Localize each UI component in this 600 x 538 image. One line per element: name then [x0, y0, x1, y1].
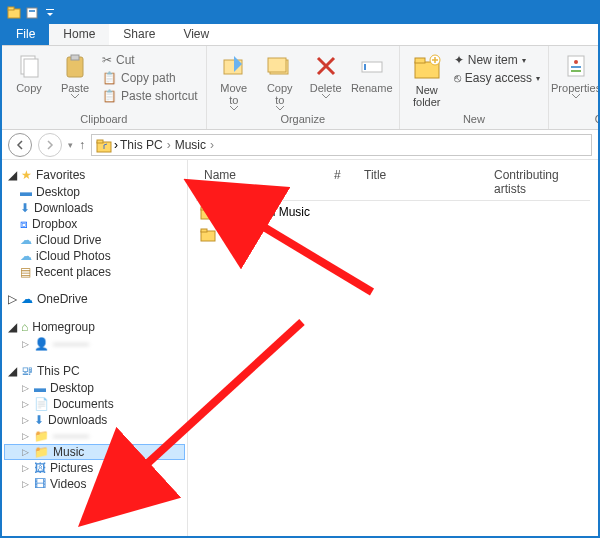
nav-pc-music[interactable]: ▷📁Music	[4, 444, 185, 460]
file-row[interactable]: Download Music	[196, 201, 590, 223]
crumb-music[interactable]: Music›	[175, 138, 216, 152]
nav-icloud-photos[interactable]: ☁iCloud Photos	[4, 248, 185, 264]
new-item-button[interactable]: ✦New item▾	[452, 52, 542, 68]
group-open: Properties 📂Open▾ ✎Edit 🕘History Open	[549, 46, 600, 129]
svg-rect-26	[201, 229, 207, 232]
expand-icon: ▷	[20, 431, 30, 441]
nav-recent[interactable]: ▤Recent places	[4, 264, 185, 280]
chevron-down-icon	[230, 106, 238, 112]
tab-view[interactable]: View	[169, 24, 223, 45]
tab-share[interactable]: Share	[109, 24, 169, 45]
easy-access-button[interactable]: ⎋Easy access▾	[452, 70, 542, 86]
address-bar: ▾ ↑ › This PC› Music›	[2, 130, 598, 160]
chevron-down-icon: ▾	[522, 56, 526, 65]
delete-button[interactable]: Delete	[305, 48, 347, 113]
scissors-icon: ✂	[102, 53, 112, 67]
chevron-right-icon[interactable]: ›	[165, 138, 173, 152]
up-button[interactable]: ↑	[79, 138, 85, 152]
properties-button[interactable]: Properties	[555, 48, 597, 113]
group-clipboard: Copy Paste ✂Cut 📋Copy path 📋Paste shortc…	[2, 46, 207, 129]
crumb-thispc[interactable]: This PC›	[120, 138, 173, 152]
expand-icon: ▷	[20, 463, 30, 473]
svg-rect-19	[571, 66, 581, 68]
desktop-icon: ▬	[34, 381, 46, 395]
nav-pc-documents[interactable]: ▷📄Documents	[4, 396, 185, 412]
chevron-down-icon	[572, 94, 580, 100]
copy-to-button[interactable]: Copy to	[259, 48, 301, 113]
ribbon: Copy Paste ✂Cut 📋Copy path 📋Paste shortc…	[2, 46, 598, 130]
titlebar	[2, 2, 598, 24]
col-num[interactable]: #	[326, 164, 356, 200]
new-folder-button[interactable]: New folder	[406, 48, 448, 113]
chevron-down-icon	[71, 94, 79, 100]
user-icon: 👤	[34, 337, 49, 351]
paste-label: Paste	[61, 82, 89, 94]
chevron-down-icon: ▾	[536, 74, 540, 83]
breadcrumb-box[interactable]: › This PC› Music›	[91, 134, 592, 156]
nav-icloud-drive[interactable]: ☁iCloud Drive	[4, 232, 185, 248]
app-icon	[6, 5, 22, 21]
forward-button[interactable]	[38, 133, 62, 157]
svg-rect-3	[29, 10, 35, 12]
back-button[interactable]	[8, 133, 32, 157]
nav-pc-downloads[interactable]: ▷⬇Downloads	[4, 412, 185, 428]
group-clipboard-title: Clipboard	[8, 113, 200, 127]
documents-icon: 📄	[34, 397, 49, 411]
file-name: Download Music	[222, 205, 310, 219]
expand-icon: ▷	[20, 415, 30, 425]
chevron-right-icon[interactable]: ›	[114, 138, 118, 152]
qat-properties-icon[interactable]	[24, 5, 40, 21]
nav-desktop[interactable]: ▬Desktop	[4, 184, 185, 200]
file-row[interactable]: iTunes	[196, 223, 590, 245]
col-title[interactable]: Title	[356, 164, 486, 200]
path-icon: 📋	[102, 71, 117, 85]
new-item-icon: ✦	[454, 53, 464, 67]
cloud-icon: ☁	[20, 233, 32, 247]
group-new-title: New	[406, 113, 542, 127]
file-list-pane[interactable]: Name # Title Contributing artists Downlo…	[188, 160, 598, 538]
col-contrib[interactable]: Contributing artists	[486, 164, 590, 200]
nav-downloads[interactable]: ⬇Downloads	[4, 200, 185, 216]
rename-button[interactable]: Rename	[351, 48, 393, 113]
collapse-icon: ◢	[8, 364, 17, 378]
svg-rect-13	[364, 64, 366, 70]
col-name[interactable]: Name	[196, 164, 326, 200]
expand-icon: ▷	[20, 479, 30, 489]
copy-path-button[interactable]: 📋Copy path	[100, 70, 200, 86]
nav-homegroup-user[interactable]: ▷👤———	[4, 336, 185, 352]
move-to-button[interactable]: Move to	[213, 48, 255, 113]
nav-dropbox[interactable]: ⧈Dropbox	[4, 216, 185, 232]
desktop-icon: ▬	[20, 185, 32, 199]
downloads-icon: ⬇	[34, 413, 44, 427]
star-icon: ★	[21, 168, 32, 182]
nav-thispc-header[interactable]: ◢🖳This PC	[4, 362, 185, 380]
svg-point-18	[574, 60, 578, 64]
nav-pc-desktop[interactable]: ▷▬Desktop	[4, 380, 185, 396]
nav-favorites-header[interactable]: ◢★Favorites	[4, 166, 185, 184]
chevron-right-icon[interactable]: ›	[208, 138, 216, 152]
paste-button[interactable]: Paste	[54, 48, 96, 113]
nav-pc-hidden[interactable]: ▷📁———	[4, 428, 185, 444]
nav-onedrive-header[interactable]: ▷☁OneDrive	[4, 290, 185, 308]
folder-icon	[200, 226, 216, 242]
group-open-title: Open	[555, 113, 600, 127]
nav-homegroup-header[interactable]: ◢⌂Homegroup	[4, 318, 185, 336]
downloads-icon: ⬇	[20, 201, 30, 215]
tab-file[interactable]: File	[2, 24, 49, 45]
expand-icon: ▷	[20, 383, 30, 393]
copy-button[interactable]: Copy	[8, 48, 50, 113]
navigation-pane[interactable]: ◢★Favorites ▬Desktop ⬇Downloads ⧈Dropbox…	[2, 160, 188, 538]
paste-shortcut-button[interactable]: 📋Paste shortcut	[100, 88, 200, 104]
expand-icon: ▷	[20, 447, 30, 457]
collapse-icon: ◢	[8, 320, 17, 334]
svg-rect-11	[268, 58, 286, 72]
nav-pc-videos[interactable]: ▷🎞Videos	[4, 476, 185, 492]
cut-button[interactable]: ✂Cut	[100, 52, 200, 68]
nav-pc-pictures[interactable]: ▷🖼Pictures	[4, 460, 185, 476]
svg-rect-4	[46, 9, 54, 10]
music-folder-icon	[96, 137, 112, 153]
qat-dropdown-icon[interactable]	[42, 5, 58, 21]
dropbox-icon: ⧈	[20, 217, 28, 231]
recent-locations-button[interactable]: ▾	[68, 140, 73, 150]
tab-home[interactable]: Home	[49, 24, 109, 45]
